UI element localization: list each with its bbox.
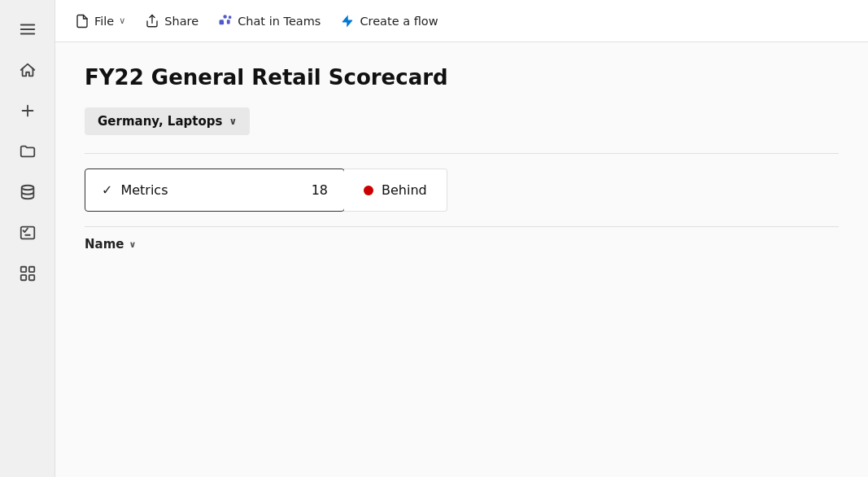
content-area: FY22 General Retail Scorecard Germany, L… — [55, 42, 868, 477]
sidebar-item-menu[interactable] — [10, 11, 46, 47]
file-label: File — [94, 15, 114, 28]
sidebar-item-more[interactable] — [10, 256, 46, 291]
sidebar-item-home[interactable] — [10, 52, 46, 88]
metrics-card[interactable]: ✓ Metrics 18 — [85, 168, 345, 212]
share-label: Share — [164, 15, 198, 28]
sidebar-item-goals[interactable] — [10, 215, 46, 251]
share-icon — [145, 14, 159, 28]
svg-rect-8 — [20, 267, 25, 272]
name-column-header[interactable]: Name ∨ — [85, 230, 136, 258]
toolbar: File ∨ Share Chat in Teams — [55, 0, 868, 42]
filter-row: Germany, Laptops ∨ — [85, 107, 839, 135]
status-card[interactable]: Behind — [344, 168, 447, 212]
metrics-check-icon: ✓ — [102, 182, 112, 198]
file-chevron-icon: ∨ — [119, 15, 125, 26]
sidebar-item-new[interactable] — [10, 93, 46, 129]
svg-rect-10 — [20, 275, 25, 280]
metrics-count: 18 — [312, 182, 328, 198]
name-column-chevron-icon: ∨ — [129, 239, 136, 250]
svg-rect-9 — [28, 267, 33, 272]
page-title: FY22 General Retail Scorecard — [85, 65, 839, 90]
sidebar-item-browse[interactable] — [10, 133, 46, 169]
main-panel: File ∨ Share Chat in Teams — [55, 0, 868, 477]
filter-chevron-icon: ∨ — [229, 116, 237, 127]
sidebar — [0, 0, 55, 477]
chat-label: Chat in Teams — [238, 15, 321, 28]
name-column-label: Name — [85, 237, 124, 252]
table-section: ✓ Metrics 18 Behind Name ∨ — [85, 153, 839, 261]
filter-dropdown[interactable]: Germany, Laptops ∨ — [85, 107, 250, 135]
flow-label: Create a flow — [360, 15, 438, 28]
teams-icon — [218, 14, 233, 28]
chat-in-teams-button[interactable]: Chat in Teams — [210, 9, 329, 33]
status-label: Behind — [382, 182, 427, 198]
metrics-label: Metrics — [120, 182, 303, 198]
svg-point-5 — [21, 186, 33, 190]
file-icon — [75, 14, 89, 28]
filter-label: Germany, Laptops — [98, 114, 222, 129]
sidebar-item-data[interactable] — [10, 174, 46, 210]
create-flow-button[interactable]: Create a flow — [332, 9, 446, 33]
share-button[interactable]: Share — [137, 9, 207, 33]
column-header-row: Name ∨ — [85, 226, 839, 261]
file-button[interactable]: File ∨ — [67, 9, 133, 33]
flow-icon — [340, 14, 355, 28]
status-dot-icon — [364, 186, 373, 195]
svg-rect-11 — [28, 275, 33, 280]
metrics-row: ✓ Metrics 18 Behind — [85, 168, 839, 212]
